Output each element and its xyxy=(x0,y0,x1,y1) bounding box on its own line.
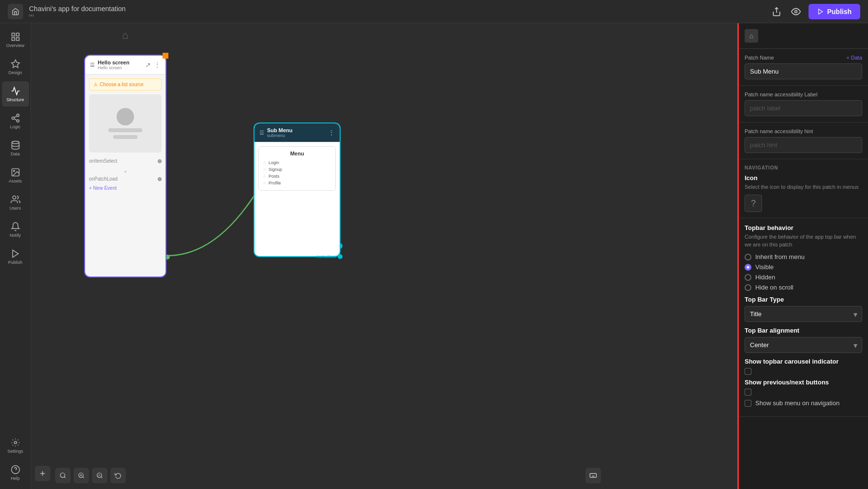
hello-screen-header: ☰ Hello screen Hello screen ↗ ⋮ xyxy=(85,56,165,75)
submenu-screen[interactable]: ☰ Sub Menu submenu ⋮ Menu ☆ Login xyxy=(254,122,341,257)
sub-menu-checkbox[interactable] xyxy=(745,400,751,407)
accessibility-label-text: Patch name accessibility Label xyxy=(745,92,817,97)
chevron-down-icon: ⌄ xyxy=(123,168,127,173)
top-bar-alignment-select[interactable]: Center Left Right xyxy=(745,337,862,353)
hello-screen-more-btn[interactable]: ⋮ xyxy=(154,61,161,69)
event-onitemselect-label: onItemSelect xyxy=(89,158,155,164)
radio-inherit[interactable]: Inherit from menu xyxy=(745,253,862,260)
sidebar-notify-label: Notify xyxy=(10,233,21,238)
prev-next-checkbox-row[interactable] xyxy=(745,389,862,396)
svg-marker-17 xyxy=(13,250,18,257)
sidebar-item-settings[interactable]: Settings xyxy=(2,433,29,458)
menu-item-profile: ☆ Profile xyxy=(263,180,331,186)
sidebar-item-design[interactable]: Design xyxy=(2,54,29,79)
patch-name-input[interactable] xyxy=(745,63,862,79)
event-dot-1 xyxy=(158,159,162,163)
svg-rect-7 xyxy=(16,37,19,40)
radio-hide-on-scroll-btn[interactable] xyxy=(745,284,751,291)
radio-visible[interactable]: Visible xyxy=(745,263,862,271)
panel-header: ⌂ xyxy=(739,23,868,49)
accessibility-hint-input[interactable] xyxy=(745,137,862,153)
preview-button[interactable] xyxy=(789,5,803,18)
publish-button[interactable]: Publish xyxy=(808,4,860,19)
svg-point-10 xyxy=(16,120,19,122)
submenu-screen-header: ☰ Sub Menu submenu ⋮ xyxy=(254,123,340,142)
menu-item-login: ☆ Login xyxy=(263,159,331,166)
events-section: onItemSelect ⌄ onPatchLoad + New Event xyxy=(89,156,162,193)
svg-rect-6 xyxy=(12,37,15,40)
icon-label: Icon xyxy=(745,174,862,182)
sidebar-item-help[interactable]: Help xyxy=(2,460,29,485)
sub-menu-checkbox-row[interactable]: Show sub menu on navigation xyxy=(745,399,862,407)
sidebar-item-publish[interactable]: Publish xyxy=(2,244,29,269)
svg-point-18 xyxy=(14,441,16,443)
hello-screen[interactable]: ☰ Hello screen Hello screen ↗ ⋮ ⚠ Choose… xyxy=(84,55,166,277)
event-onpatchload-label: onPatchLoad xyxy=(89,176,155,182)
sidebar-item-logic[interactable]: Logic xyxy=(2,108,29,134)
hello-screen-menu-icon: ☰ xyxy=(90,62,95,68)
prev-next-checkbox[interactable] xyxy=(745,389,751,396)
sidebar-item-assets[interactable]: Assets xyxy=(2,163,29,188)
svg-rect-4 xyxy=(12,33,15,36)
svg-rect-5 xyxy=(16,33,19,36)
sidebar-design-label: Design xyxy=(8,70,22,75)
keyboard-button[interactable] xyxy=(585,468,601,483)
sidebar-item-data[interactable]: Data xyxy=(2,136,29,161)
main-area: Overview Design Structure Logic Data Ass… xyxy=(0,23,868,489)
zoom-out-button[interactable] xyxy=(92,468,107,483)
accessibility-hint-text: Patch name accessibility hint xyxy=(745,128,813,134)
add-data-link[interactable]: + Data xyxy=(846,55,862,61)
radio-hidden-btn[interactable] xyxy=(745,274,751,281)
radio-visible-label: Visible xyxy=(755,263,774,271)
zoom-in-button[interactable] xyxy=(74,468,89,483)
sidebar-item-users[interactable]: Users xyxy=(2,190,29,215)
sidebar-overview-label: Overview xyxy=(6,43,25,48)
sidebar-item-structure[interactable]: Structure xyxy=(2,81,29,107)
app-title: Chavini's app for documentation xyxy=(29,4,126,19)
menuitem-label: menuItem xyxy=(316,254,343,259)
topbar-home-button[interactable] xyxy=(8,4,23,19)
search-zoom-button[interactable] xyxy=(55,468,71,483)
menu-item-signup: ☆ Signup xyxy=(263,166,331,173)
svg-point-2 xyxy=(795,10,797,13)
radio-visible-btn[interactable] xyxy=(745,264,751,271)
menu-item-posts: ☆ Posts xyxy=(263,173,331,180)
accessibility-label-input[interactable] xyxy=(745,100,862,116)
placeholder-bar-1 xyxy=(108,128,142,132)
radio-hide-on-scroll[interactable]: Hide on scroll xyxy=(745,284,862,291)
canvas-area[interactable]: ⌂ ☰ Hello screen Hello screen xyxy=(31,23,737,489)
share-button[interactable] xyxy=(770,5,783,18)
patch-name-section: Patch Name + Data xyxy=(739,49,868,86)
event-row-onpatchload: onPatchLoad xyxy=(89,174,162,183)
svg-marker-3 xyxy=(819,9,823,14)
radio-hidden[interactable]: Hidden xyxy=(745,274,862,281)
radio-inherit-label: Inherit from menu xyxy=(755,253,805,260)
sidebar-item-notify[interactable]: Notify xyxy=(2,217,29,242)
hello-screen-expand-btn[interactable]: ↗ xyxy=(145,61,151,69)
event-row-onitemselect: onItemSelect xyxy=(89,156,162,166)
svg-point-25 xyxy=(60,473,65,477)
menuitem-dot xyxy=(338,254,343,259)
menu-item-posts-label: Posts xyxy=(269,174,280,179)
svg-line-28 xyxy=(83,477,84,478)
submenu-more-btn[interactable]: ⋮ xyxy=(328,129,335,137)
app-subtitle xyxy=(29,13,126,19)
accessibility-label-title: Patch name accessibility Label xyxy=(745,92,862,97)
top-bar-type-select[interactable]: Title Search Custom xyxy=(745,306,862,322)
radio-hidden-label: Hidden xyxy=(755,274,775,281)
list-source-warning[interactable]: ⚠ Choose a list source xyxy=(89,78,162,91)
sidebar-item-overview[interactable]: Overview xyxy=(2,27,29,52)
svg-line-26 xyxy=(64,477,66,478)
placeholder-image xyxy=(89,94,162,153)
svg-line-32 xyxy=(101,477,103,478)
add-screen-button[interactable] xyxy=(35,466,50,481)
new-event-button[interactable]: + New Event xyxy=(89,183,117,193)
radio-inherit-btn[interactable] xyxy=(745,254,751,260)
refresh-button[interactable] xyxy=(110,468,126,483)
placeholder-avatar xyxy=(117,108,134,125)
panel-home-symbol: ⌂ xyxy=(749,32,753,40)
carousel-checkbox-row[interactable] xyxy=(745,368,862,375)
icon-selector[interactable]: ? xyxy=(745,195,762,212)
svg-rect-34 xyxy=(590,474,596,477)
carousel-checkbox[interactable] xyxy=(745,368,751,375)
